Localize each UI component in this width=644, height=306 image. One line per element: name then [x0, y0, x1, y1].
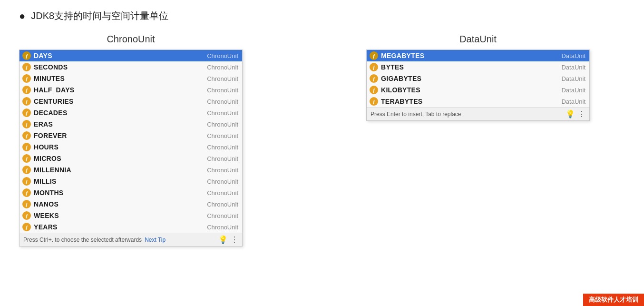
data-dots-icon[interactable]: ⋮ — [578, 109, 585, 118]
chrono-item[interactable]: f WEEKS ChronoUnit — [20, 210, 242, 221]
data-hint: Press Enter to insert, Tab to replace — [371, 111, 461, 118]
chrono-item[interactable]: f MICROS ChronoUnit — [20, 153, 242, 164]
item-name: CENTURIES — [34, 98, 74, 105]
item-name: MEGABYTES — [381, 52, 424, 59]
data-item[interactable]: f KILOBYTES DataUnit — [367, 84, 589, 96]
field-icon: f — [22, 143, 31, 151]
item-type: ChronoUnit — [207, 212, 238, 219]
item-type: ChronoUnit — [207, 64, 238, 71]
data-item[interactable]: f GIGABYTES DataUnit — [367, 73, 589, 84]
item-type: ChronoUnit — [207, 224, 238, 231]
chrono-footer-icons: 💡 ⋮ — [218, 235, 238, 244]
field-icon: f — [22, 166, 31, 174]
data-footer-left: Press Enter to insert, Tab to replace — [371, 111, 461, 118]
field-icon: f — [22, 51, 31, 60]
item-left: f SECONDS — [22, 63, 68, 71]
chrono-item[interactable]: f MILLENNIA ChronoUnit — [20, 164, 242, 176]
item-type: ChronoUnit — [207, 178, 238, 185]
item-left: f MICROS — [22, 154, 61, 163]
data-item[interactable]: f TERABYTES DataUnit — [367, 96, 589, 107]
item-type: DataUnit — [561, 52, 585, 59]
chrono-dots-icon[interactable]: ⋮ — [231, 235, 238, 244]
chrono-footer: Press Ctrl+. to choose the selectedt aft… — [20, 233, 242, 246]
data-item[interactable]: f MEGABYTES DataUnit — [367, 50, 589, 61]
field-icon: f — [370, 86, 378, 94]
field-icon: f — [22, 131, 31, 140]
chrono-item[interactable]: f MONTHS ChronoUnit — [20, 187, 242, 198]
bullet-line: ● JDK8支持的时间与空间计量单位 — [19, 10, 625, 22]
item-left: f FOREVER — [22, 131, 67, 140]
item-name: BYTES — [381, 63, 404, 71]
field-icon: f — [370, 97, 378, 106]
item-type: ChronoUnit — [207, 155, 238, 162]
bullet-point: ● — [19, 10, 25, 22]
item-left: f YEARS — [22, 223, 58, 231]
chrono-autocomplete-panel[interactable]: f DAYS ChronoUnit f SECONDS ChronoUnit f… — [19, 49, 243, 247]
item-left: f HOURS — [22, 143, 59, 151]
item-left: f DAYS — [22, 51, 52, 60]
item-type: ChronoUnit — [207, 109, 238, 117]
item-left: f TERABYTES — [370, 97, 423, 106]
item-type: ChronoUnit — [207, 98, 238, 105]
chrono-item[interactable]: f ERAS ChronoUnit — [20, 118, 242, 130]
item-type: ChronoUnit — [207, 121, 238, 128]
item-type: ChronoUnit — [207, 144, 238, 151]
chrono-item[interactable]: f HOURS ChronoUnit — [20, 141, 242, 153]
item-left: f WEEKS — [22, 211, 59, 220]
chrono-item[interactable]: f FOREVER ChronoUnit — [20, 130, 242, 141]
chrono-item[interactable]: f CENTURIES ChronoUnit — [20, 96, 242, 107]
item-left: f CENTURIES — [22, 97, 74, 106]
chrono-item[interactable]: f YEARS ChronoUnit — [20, 221, 242, 233]
item-type: ChronoUnit — [207, 201, 238, 208]
item-left: f ERAS — [22, 120, 53, 128]
field-icon: f — [22, 63, 31, 71]
field-icon: f — [22, 188, 31, 197]
chrono-item[interactable]: f DECADES ChronoUnit — [20, 107, 242, 118]
chrono-next-tip[interactable]: Next Tip — [145, 237, 166, 243]
chrono-hint: Press Ctrl+. to choose the selectedt aft… — [23, 237, 142, 243]
field-icon: f — [22, 109, 31, 117]
item-name: KILOBYTES — [381, 86, 420, 94]
item-type: DataUnit — [561, 98, 585, 105]
chrono-item[interactable]: f SECONDS ChronoUnit — [20, 61, 242, 73]
branding-text: 高级软件人才培训 — [589, 296, 638, 303]
item-left: f HALF_DAYS — [22, 86, 74, 94]
chrono-item[interactable]: f HALF_DAYS ChronoUnit — [20, 84, 242, 96]
item-left: f GIGABYTES — [370, 74, 421, 83]
item-left: f MEGABYTES — [370, 51, 424, 60]
item-left: f BYTES — [370, 63, 404, 71]
field-icon: f — [22, 74, 31, 83]
bullet-text: JDK8支持的时间与空间计量单位 — [31, 10, 168, 22]
item-left: f MILLIS — [22, 177, 57, 186]
chrono-item[interactable]: f MINUTES ChronoUnit — [20, 73, 242, 84]
item-name: MICROS — [34, 155, 61, 162]
chrono-item[interactable]: f DAYS ChronoUnit — [20, 50, 242, 61]
item-type: DataUnit — [561, 64, 585, 71]
panels-row: ChronoUnit f DAYS ChronoUnit f SECONDS C… — [19, 34, 625, 247]
item-type: ChronoUnit — [207, 52, 238, 59]
chrono-panel-container: ChronoUnit f DAYS ChronoUnit f SECONDS C… — [19, 34, 243, 247]
chrono-item[interactable]: f MILLIS ChronoUnit — [20, 176, 242, 187]
item-name: DECADES — [34, 109, 68, 117]
item-left: f KILOBYTES — [370, 86, 420, 94]
branding-bar: 高级软件人才培训 — [583, 294, 644, 306]
item-left: f MILLENNIA — [22, 166, 71, 174]
item-type: ChronoUnit — [207, 167, 238, 174]
data-item[interactable]: f BYTES DataUnit — [367, 61, 589, 73]
item-name: MILLIS — [34, 178, 57, 185]
data-bulb-icon[interactable]: 💡 — [566, 109, 575, 118]
item-left: f DECADES — [22, 109, 68, 117]
item-name: GIGABYTES — [381, 75, 421, 82]
chrono-bulb-icon[interactable]: 💡 — [218, 235, 228, 244]
data-panel-container: DataUnit f MEGABYTES DataUnit f BYTES Da… — [366, 34, 590, 121]
data-autocomplete-panel[interactable]: f MEGABYTES DataUnit f BYTES DataUnit f … — [366, 49, 590, 121]
field-icon: f — [22, 211, 31, 220]
item-name: SECONDS — [34, 63, 68, 71]
field-icon: f — [22, 154, 31, 163]
item-name: TERABYTES — [381, 98, 423, 105]
item-name: YEARS — [34, 223, 58, 231]
field-icon: f — [370, 63, 378, 71]
chrono-item[interactable]: f NANOS ChronoUnit — [20, 198, 242, 210]
item-left: f MINUTES — [22, 74, 65, 83]
field-icon: f — [370, 74, 378, 83]
